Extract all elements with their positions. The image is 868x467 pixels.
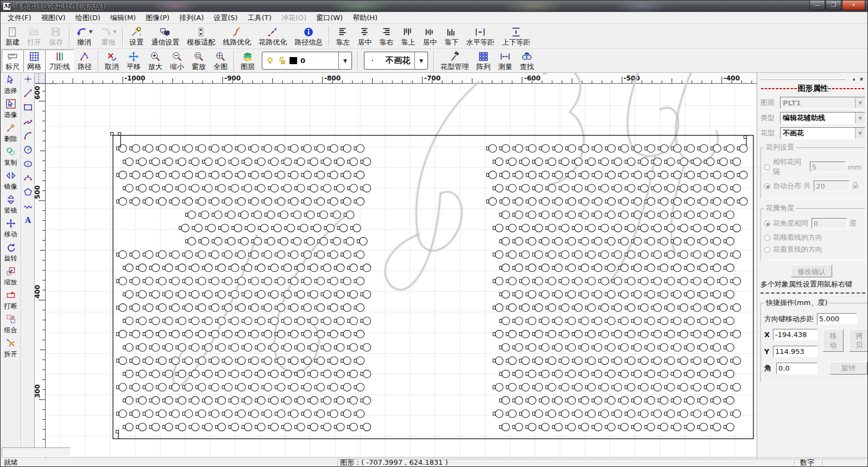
layer-combo[interactable]: 0▼: [262, 52, 352, 70]
angle-input[interactable]: [776, 363, 817, 374]
h-equal-space-button[interactable]: 水平等距: [462, 25, 498, 48]
step-input[interactable]: [817, 313, 857, 325]
sidebar-tool-delete[interactable]: 删除: [1, 121, 21, 145]
save-button[interactable]: 保存: [45, 25, 67, 48]
sidebar-tool-select-image[interactable]: 选像: [1, 97, 21, 121]
menu-tools[interactable]: 工具(T): [243, 12, 276, 24]
v-equal-space-button[interactable]: 上下等距: [498, 25, 534, 48]
draw-tool-circle[interactable]: [21, 144, 34, 158]
pan-button[interactable]: 平移: [123, 49, 144, 72]
chevron-down-icon[interactable]: ▼: [338, 52, 351, 69]
rotate-button[interactable]: 旋转: [829, 362, 867, 375]
adjacent-spacing-input[interactable]: [810, 161, 846, 172]
panel-grip[interactable]: [760, 78, 846, 80]
align-vcenter-button[interactable]: 居中: [419, 25, 441, 48]
drawing-canvas[interactable]: -1000-900-800-700-600-500-40060050040030…: [35, 73, 757, 457]
adjacent-spacing-radio[interactable]: [764, 164, 770, 170]
menu-image[interactable]: 图像(P): [141, 12, 174, 24]
cancel-button[interactable]: 取消: [101, 49, 123, 72]
redo-button[interactable]: ▼重做: [96, 25, 120, 48]
find-button[interactable]: 查找: [516, 49, 538, 72]
draw-tool-arc-3point[interactable]: [21, 172, 34, 186]
dropdown-arrow-icon[interactable]: ▼: [89, 29, 92, 34]
sidebar-tool-rotate[interactable]: 旋转: [1, 240, 21, 264]
same-angle-radio[interactable]: [764, 221, 770, 227]
sidebar-tool-break[interactable]: 打断: [1, 288, 21, 312]
knife-line-toggle-button[interactable]: 刀距线: [45, 49, 74, 72]
ruler-toggle-button[interactable]: 标尺: [2, 49, 23, 72]
undo-button[interactable]: ▼撤消: [72, 25, 96, 48]
auto-distribute-radio[interactable]: [764, 183, 770, 189]
maximize-button[interactable]: ❐: [826, 1, 841, 10]
machine-settings-button[interactable]: 设置: [125, 25, 147, 48]
align-hcenter-button[interactable]: 居中: [354, 25, 375, 48]
new-button[interactable]: 新建: [2, 25, 23, 48]
path-toggle-button[interactable]: 路径: [74, 49, 96, 72]
flower-type-select[interactable]: 不画花 ▼: [780, 127, 865, 139]
menu-view[interactable]: 视图(V): [36, 12, 71, 24]
draw-tool-spline[interactable]: [21, 115, 34, 129]
zoom-out-button[interactable]: 缩小: [166, 49, 188, 72]
draw-tool-rectangle[interactable]: [21, 101, 34, 115]
path-info-button[interactable]: 路径信息: [291, 25, 326, 48]
menu-edit[interactable]: 编辑(M): [105, 12, 141, 24]
flower-type-combo[interactable]: ·不画花▼: [364, 52, 428, 70]
menu-window[interactable]: 窗口(W): [311, 12, 348, 24]
layers-button[interactable]: 图层: [237, 49, 259, 72]
draw-tool-curve[interactable]: [21, 200, 34, 214]
selection-handle[interactable]: [118, 133, 121, 135]
menu-help[interactable]: 帮助(H): [348, 12, 382, 24]
align-left-button[interactable]: 靠左: [332, 25, 354, 48]
sidebar-tool-select[interactable]: 选择: [1, 73, 21, 97]
open-button[interactable]: 打开: [23, 25, 45, 48]
draw-tool-arc[interactable]: [21, 129, 34, 144]
template-fit-button[interactable]: 模板适配: [183, 25, 219, 48]
selection-handle[interactable]: [116, 431, 119, 433]
type-select[interactable]: 编辑花辅助线 ▼: [780, 112, 865, 124]
flower-manager-button[interactable]: 花型管理: [437, 49, 473, 72]
draw-tool-line[interactable]: [21, 87, 34, 101]
sidebar-tool-mirror[interactable]: 镜像: [1, 169, 21, 192]
sidebar-tool-copy[interactable]: 复制: [1, 145, 21, 169]
menu-punch[interactable]: 冲花(O): [276, 12, 311, 24]
array-button[interactable]: 阵列: [473, 49, 494, 72]
copy-button[interactable]: 拷 贝: [849, 329, 868, 352]
draw-tool-text[interactable]: A: [21, 214, 34, 228]
sidebar-tool-v-mirror[interactable]: 竖镜: [1, 192, 21, 216]
panel-collapse-icon[interactable]: ▴: [850, 76, 858, 82]
sidebar-tool-group[interactable]: 组合: [1, 312, 21, 336]
sidebar-tool-scale[interactable]: 缩放: [1, 264, 21, 288]
flower-path-optimize-button[interactable]: 花路优化: [255, 25, 291, 48]
chevron-down-icon[interactable]: ▼: [414, 52, 427, 69]
menu-file[interactable]: 文件(F): [3, 12, 36, 24]
measure-button[interactable]: 测量: [494, 49, 516, 72]
comm-settings-button[interactable]: 通信设置: [147, 25, 183, 48]
selection-handle[interactable]: [111, 133, 114, 135]
same-angle-input[interactable]: [812, 218, 847, 229]
sidebar-tool-ungroup[interactable]: 拆开: [1, 336, 21, 360]
y-input[interactable]: [773, 346, 817, 357]
draw-tool-ellipse[interactable]: [21, 158, 34, 172]
layer-select[interactable]: PLT1 ▼: [780, 97, 865, 109]
sidebar-tool-move[interactable]: 移动: [1, 216, 21, 240]
minimize-button[interactable]: —: [809, 1, 825, 10]
perpendicular-line-radio[interactable]: [764, 247, 770, 253]
align-top-button[interactable]: 靠上: [397, 25, 419, 48]
x-input[interactable]: [773, 329, 817, 340]
zoom-in-button[interactable]: 放大: [144, 49, 166, 72]
draw-tool-point[interactable]: [21, 73, 34, 87]
align-right-button[interactable]: 靠右: [375, 25, 397, 48]
menu-arrange[interactable]: 排列(A): [174, 12, 209, 24]
menu-settings[interactable]: 设置(S): [209, 12, 242, 24]
draw-tool-polygon[interactable]: [21, 186, 34, 200]
close-button[interactable]: ✕: [842, 1, 865, 10]
confirm-modify-button[interactable]: 修改确认: [791, 265, 832, 277]
zoom-all-button[interactable]: 全图: [210, 49, 231, 72]
align-bottom-button[interactable]: 靠下: [441, 25, 462, 48]
grid-toggle-button[interactable]: 网格: [23, 49, 45, 72]
dropdown-arrow-icon[interactable]: ▼: [113, 29, 116, 34]
panel-close-icon[interactable]: x: [858, 76, 865, 82]
line-optimize-button[interactable]: 线路优化: [219, 25, 255, 48]
selection-handle[interactable]: [744, 136, 747, 139]
auto-distribute-count-input[interactable]: [814, 180, 850, 191]
